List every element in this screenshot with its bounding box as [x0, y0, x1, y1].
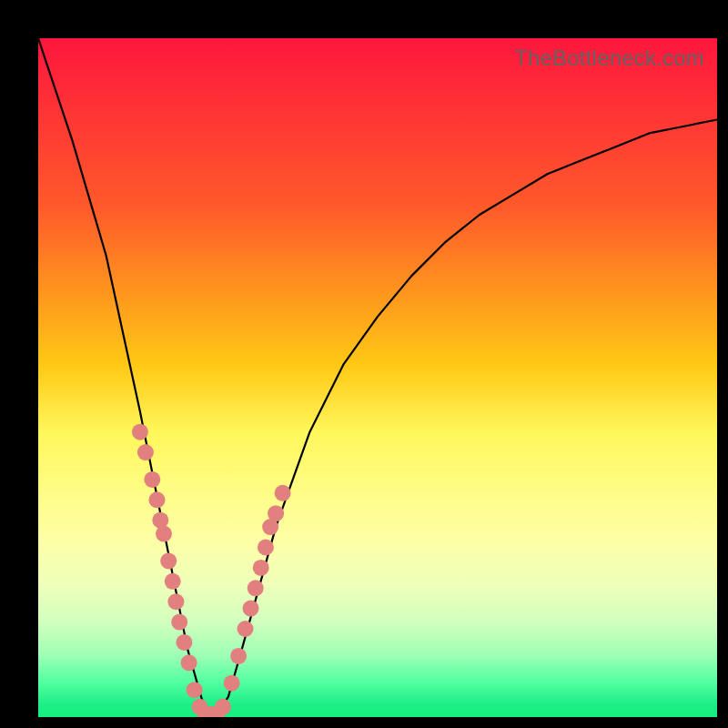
- data-marker: [132, 424, 148, 440]
- data-marker: [253, 560, 269, 576]
- data-marker: [165, 573, 181, 590]
- data-marker: [152, 512, 168, 529]
- data-markers: [132, 424, 291, 717]
- data-marker: [181, 654, 197, 671]
- data-marker: [192, 699, 208, 715]
- data-marker: [262, 519, 278, 535]
- data-marker: [171, 614, 187, 631]
- bottleneck-curve: [38, 38, 717, 717]
- data-marker: [144, 471, 160, 488]
- watermark-text: TheBottleneck.com: [514, 46, 704, 71]
- data-marker: [230, 648, 247, 664]
- data-marker: [156, 526, 172, 542]
- data-marker: [160, 552, 177, 569]
- data-marker: [243, 601, 259, 617]
- data-marker: [248, 580, 264, 596]
- plot-area: TheBottleneck.com: [38, 38, 717, 717]
- data-marker: [203, 706, 219, 717]
- data-marker: [224, 675, 240, 692]
- data-marker: [215, 699, 231, 715]
- data-marker: [187, 682, 203, 698]
- data-marker: [167, 593, 184, 610]
- data-marker: [238, 621, 254, 637]
- chart-overlay: [38, 38, 717, 717]
- data-marker: [275, 485, 291, 501]
- data-marker: [268, 505, 284, 521]
- data-marker: [149, 491, 166, 508]
- chart-container: TheBottleneck.com: [0, 0, 728, 728]
- data-marker: [208, 705, 225, 717]
- data-marker: [197, 705, 214, 717]
- data-marker: [176, 634, 192, 651]
- data-marker: [137, 444, 154, 460]
- data-marker: [258, 540, 274, 556]
